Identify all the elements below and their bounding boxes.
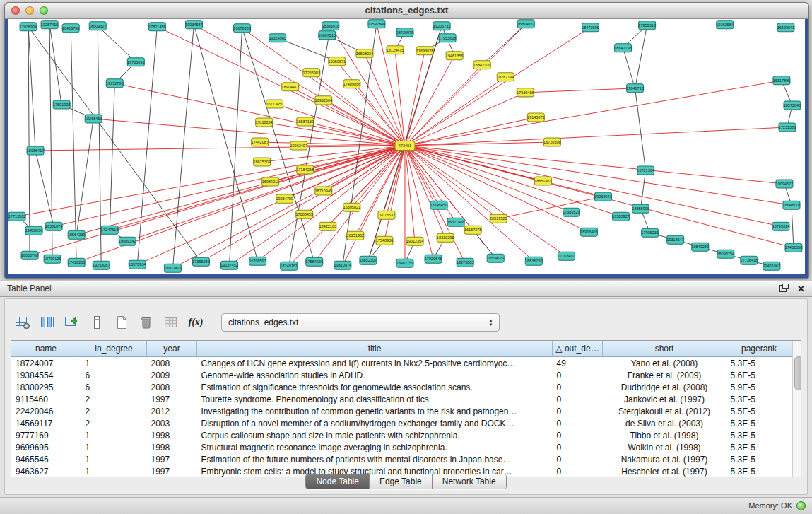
graph-node[interactable]: 18330295 (437, 233, 454, 242)
column-header-in-degree[interactable]: in_degree (81, 341, 147, 357)
graph-node[interactable]: 17953608 (439, 34, 456, 42)
graph-node[interactable]: 18647293 (614, 44, 631, 52)
table-row[interactable]: 1938455462009Genome-wide association stu… (11, 369, 792, 381)
graph-node[interactable]: 18795314 (772, 222, 789, 230)
graph-node[interactable]: 16395821 (343, 203, 360, 211)
graph-node[interactable]: 19268041 (594, 192, 611, 201)
graph-node[interactable]: 17713502 (8, 212, 25, 221)
graph-node[interactable]: 19118234 (256, 118, 273, 127)
graph-node[interactable]: 17418263 (68, 258, 85, 267)
graph-node[interactable]: 16317895 (773, 76, 790, 85)
table-scrollbar[interactable] (792, 341, 801, 477)
graph-node[interactable]: 17592840 (368, 20, 385, 28)
graph-node[interactable]: 19076532 (378, 211, 395, 219)
table-options-icon[interactable] (13, 313, 32, 332)
graph-node[interactable]: 17530486 (517, 88, 534, 97)
graph-node[interactable]: 19094527 (776, 180, 793, 188)
table-scrollbar-thumb[interactable] (794, 356, 801, 390)
table-source-dropdown[interactable]: citations_edges.txt ▲▼ (221, 313, 500, 332)
table-row[interactable]: 911546021997Tourette syndrome. Phenomeno… (11, 393, 792, 405)
window-titlebar[interactable]: citations_edges.txt (5, 3, 808, 19)
graph-node[interactable]: 18851463 (534, 177, 551, 185)
graph-node[interactable]: 17548936 (376, 236, 393, 245)
graph-node[interactable]: 18675309 (253, 158, 270, 166)
graph-node[interactable]: 19287415 (41, 21, 58, 29)
graph-node[interactable]: 19137452 (220, 261, 237, 269)
graph-node[interactable]: 19481356 (446, 52, 463, 60)
graph-node[interactable]: 16529841 (777, 23, 794, 32)
graph-node[interactable]: 19089342 (119, 237, 136, 245)
graph-node[interactable]: 18358906 (632, 204, 649, 213)
tab-edge-table[interactable]: Edge Table (370, 474, 433, 489)
graph-node[interactable]: 16321408 (447, 218, 464, 226)
graph-node[interactable]: 17432658 (785, 243, 802, 252)
graph-node[interactable]: 16708593 (249, 257, 266, 265)
table-row[interactable]: 2242004622012Investigating the contribut… (11, 405, 792, 417)
graph-node[interactable]: 16635708 (21, 251, 38, 259)
column-header-title[interactable]: title (197, 341, 553, 357)
column-header-year[interactable]: year (147, 341, 197, 357)
graph-node[interactable]: 17036924 (20, 23, 37, 31)
graph-node[interactable]: 16301879 (45, 222, 62, 230)
graph-node[interactable]: 16735091 (127, 58, 144, 66)
graph-node[interactable]: 16678203 (233, 24, 250, 33)
graph-node[interactable]: 18249761 (280, 262, 297, 270)
memory-status-indicator[interactable] (796, 501, 806, 510)
table-row[interactable]: 1456911722003Disruption of a novel membe… (11, 417, 792, 429)
graph-node[interactable]: 19012354 (406, 237, 423, 245)
graph-node[interactable]: 16508224 (356, 49, 373, 58)
graph-node[interactable]: 18407159 (396, 259, 413, 267)
graph-node[interactable]: 18129475 (387, 46, 404, 54)
table-row[interactable]: 1872400712008Changes of HCN gene express… (11, 357, 792, 370)
graph-node[interactable]: 17247618 (101, 226, 118, 234)
graph-node[interactable]: 16852307 (360, 256, 377, 264)
table-disabled-icon[interactable] (162, 313, 180, 332)
graph-node[interactable]: 18473695 (582, 23, 599, 32)
graph-node[interactable]: 16587139 (297, 117, 314, 126)
graph-node[interactable]: 17265983 (303, 69, 320, 77)
graph-node[interactable]: 17920645 (425, 255, 442, 263)
graph-node[interactable]: 19046718 (626, 84, 643, 93)
tab-network-table[interactable]: Network Table (433, 474, 506, 489)
close-panel-icon[interactable]: ✕ (797, 284, 805, 293)
table-row[interactable]: 946554611997Estimation of the future num… (11, 453, 792, 465)
graph-node[interactable]: 17154268 (297, 165, 314, 174)
graph-node[interactable]: 17251386 (779, 123, 796, 132)
graph-node[interactable]: 17821456 (148, 23, 165, 31)
graph-node[interactable]: 18093754 (717, 250, 734, 258)
graph-node[interactable]: 16984211 (262, 177, 279, 186)
graph-node[interactable]: 19152786 (106, 79, 123, 88)
import-table-icon[interactable] (63, 313, 81, 332)
table-row[interactable]: 1830029562008Estimation of significance … (11, 381, 792, 393)
graph-node[interactable]: 18710945 (315, 187, 332, 195)
graph-node[interactable]: 18268453 (85, 115, 102, 123)
graph-node[interactable]: 19310874 (334, 261, 351, 269)
graph-node[interactable]: 19451062 (763, 262, 780, 270)
graph-node[interactable]: 17442087 (251, 138, 268, 146)
graph-node[interactable]: 19206731 (433, 22, 450, 30)
graph-node[interactable]: 19034587 (185, 21, 202, 29)
graph-node[interactable]: 19428056 (25, 226, 42, 235)
graph-node[interactable]: 18345916 (322, 22, 339, 30)
graph-node[interactable]: 16648170 (783, 201, 800, 209)
graph-node[interactable]: 17736418 (741, 256, 758, 264)
graph-node[interactable]: 17693028 (416, 47, 433, 55)
graph-node[interactable]: 19362584 (717, 21, 734, 29)
graph-node[interactable]: 19263407 (290, 141, 307, 150)
graph-node[interactable]: 17163492 (558, 252, 575, 260)
network-canvas[interactable]: 4724012051952016157278183302951901235417… (8, 19, 805, 274)
graph-node[interactable]: 16453790 (62, 24, 79, 33)
graph-node[interactable]: 16251952 (347, 231, 364, 240)
graph-node[interactable]: 18572043 (784, 101, 801, 110)
graph-node[interactable]: 19234780 (276, 194, 293, 203)
column-header-name[interactable]: name (11, 341, 81, 357)
graph-node[interactable]: 18904412 (281, 83, 298, 91)
graph-node[interactable]: 18420975 (396, 28, 413, 37)
graph-node[interactable]: 17409856 (343, 80, 360, 88)
column-header-out-degree[interactable]: △ out_de… (553, 341, 603, 357)
graph-node[interactable]: 18267194 (497, 73, 514, 81)
graph-node[interactable]: 17601928 (53, 100, 70, 109)
table-row[interactable]: 977716911998Corpus callosum shape and si… (11, 429, 792, 441)
graph-node[interactable]: 18609327 (89, 22, 106, 30)
graph-node[interactable]: 18086417 (27, 146, 44, 155)
